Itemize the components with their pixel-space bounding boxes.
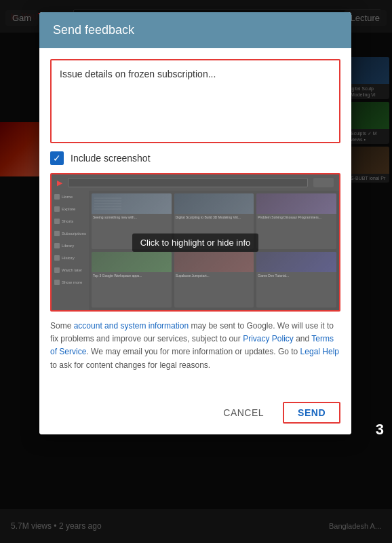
highlight-text: Click to highlight or hide info: [132, 233, 259, 252]
feedback-textarea[interactable]: [52, 60, 339, 142]
send-button[interactable]: SEND: [283, 402, 340, 424]
info-text-3: and: [294, 334, 311, 343]
privacy-policy-link[interactable]: Privacy Policy: [243, 334, 294, 343]
annotation-3: 3: [376, 421, 384, 438]
dialog-title: Send feedback: [53, 23, 134, 37]
screenshot-wrapper: ▶ Home Explore: [50, 173, 340, 312]
highlight-overlay[interactable]: Click to highlight or hide info: [52, 174, 339, 310]
screenshot-preview[interactable]: ▶ Home Explore: [52, 174, 339, 310]
account-info-link[interactable]: account and system information: [74, 321, 189, 331]
dialog-header: Send feedback: [39, 12, 351, 48]
dialog-footer: CANCEL SEND: [39, 394, 351, 434]
feedback-textarea-wrapper: [50, 59, 340, 143]
legal-help-link[interactable]: Legal Help: [300, 347, 339, 356]
checkmark-icon: ✓: [53, 153, 61, 163]
send-feedback-dialog: Send feedback ✓ Include screenshot ▶: [39, 12, 351, 434]
include-screenshot-label: Include screenshot: [71, 153, 151, 164]
include-screenshot-row: ✓ Include screenshot: [50, 151, 340, 165]
info-text-5: to ask for content changes for legal rea…: [50, 360, 210, 370]
include-screenshot-checkbox[interactable]: ✓: [50, 151, 64, 165]
info-text-4: . We may email you for more information …: [86, 347, 300, 356]
cancel-button[interactable]: CANCEL: [210, 402, 277, 424]
info-text-1: Some: [50, 321, 74, 331]
info-text: Some account and system information may …: [50, 320, 340, 372]
dialog-body: ✓ Include screenshot ▶: [39, 48, 351, 394]
